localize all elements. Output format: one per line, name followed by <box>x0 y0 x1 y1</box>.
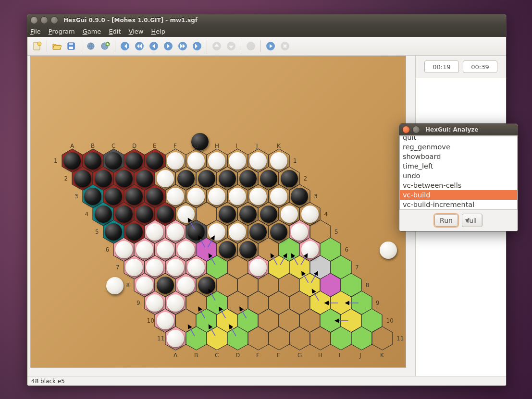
coord-label: I <box>235 143 237 149</box>
play-button[interactable] <box>265 40 276 52</box>
stone-white <box>167 188 184 205</box>
statusbar: 48 black e5 <box>27 376 506 386</box>
coord-label: B <box>91 143 95 149</box>
nav-last-button[interactable] <box>191 40 203 52</box>
stone-white <box>249 152 267 169</box>
stone-black <box>157 277 174 294</box>
hex-cell[interactable] <box>331 326 351 350</box>
stone-white <box>167 294 184 312</box>
menu-view[interactable]: View <box>129 28 144 35</box>
command-row[interactable]: showboard <box>400 152 517 161</box>
spot-button[interactable] <box>245 40 257 52</box>
stone-black <box>219 170 236 187</box>
hex-cell[interactable] <box>269 326 289 350</box>
coord-label: 7 <box>355 264 359 271</box>
command-row[interactable]: quit <box>400 136 517 142</box>
genmove-up-button[interactable] <box>211 40 223 52</box>
hex-cell[interactable] <box>207 326 227 350</box>
stone-white <box>146 223 163 241</box>
command-row[interactable]: undo <box>400 171 517 181</box>
run-button[interactable]: Run <box>434 214 458 227</box>
save-file-button[interactable] <box>65 40 77 52</box>
stone-white <box>380 242 397 259</box>
analyze-titlebar[interactable]: HexGui: Analyze <box>399 124 518 135</box>
stone-black <box>157 206 174 223</box>
stone-white <box>208 188 225 205</box>
hex-cell[interactable] <box>310 326 331 350</box>
coord-label: 5 <box>334 229 338 235</box>
stone-white <box>249 259 267 276</box>
stop-button[interactable] <box>279 40 291 52</box>
coord-label: 3 <box>74 193 78 200</box>
command-row[interactable]: vc-build <box>400 190 517 200</box>
coord-label: 1 <box>293 157 297 164</box>
svg-marker-251 <box>289 326 310 350</box>
hex-cell[interactable] <box>186 326 207 350</box>
hex-cell[interactable] <box>248 326 269 350</box>
stone-black <box>84 188 101 205</box>
main-window-titlebar[interactable]: HexGui 0.9.0 - [Mohex 1.0.GIT] - mw1.sgf <box>27 14 506 26</box>
stone-white <box>270 188 287 205</box>
nav-first-button[interactable] <box>119 40 131 52</box>
command-row[interactable]: vc-between-cells <box>400 181 517 190</box>
window-minimize-icon[interactable] <box>40 16 48 24</box>
stone-white <box>187 152 205 169</box>
command-row[interactable]: reg_genmove <box>400 142 517 152</box>
stone-white <box>281 206 298 223</box>
command-row[interactable]: time_left <box>400 161 517 171</box>
stone-black <box>146 152 163 169</box>
open-file-button[interactable] <box>51 40 62 52</box>
stone-black <box>187 223 205 241</box>
coord-label: 4 <box>85 211 89 218</box>
menu-file[interactable]: File <box>30 28 41 35</box>
svg-marker-255 <box>331 326 351 350</box>
stone-white <box>167 152 184 169</box>
add-server-button[interactable] <box>99 40 111 52</box>
menu-game[interactable]: Game <box>83 28 101 35</box>
command-row[interactable]: vc-build-incremental <box>400 200 517 209</box>
analyze-title: HexGui: Analyze <box>425 126 478 133</box>
hex-cell[interactable] <box>372 326 393 350</box>
analyze-minimize-icon[interactable] <box>412 126 420 133</box>
stone-white <box>167 223 184 241</box>
stone-black <box>260 170 277 187</box>
nav-next-button[interactable] <box>162 40 174 52</box>
hex-cell[interactable] <box>227 326 248 350</box>
connect-button[interactable] <box>85 40 97 52</box>
main-window-title: HexGui 0.9.0 - [Mohex 1.0.GIT] - mw1.sgf <box>63 17 198 24</box>
coord-label: 1 <box>54 157 58 164</box>
stone-white <box>249 188 267 205</box>
svg-marker-243 <box>207 326 227 350</box>
nav-fastfwd-button[interactable] <box>177 40 188 52</box>
svg-marker-257 <box>351 326 372 350</box>
hex-cell[interactable] <box>351 326 372 350</box>
menu-help[interactable]: Help <box>151 28 165 35</box>
chevron-down-icon: ▼ <box>462 218 472 223</box>
stone-black <box>95 206 112 223</box>
new-file-button[interactable] <box>31 40 43 52</box>
stone-white <box>270 152 287 169</box>
nav-rewind-button[interactable] <box>134 40 145 52</box>
stone-black <box>239 241 257 258</box>
menu-program[interactable]: Program <box>49 28 75 35</box>
stone-black <box>125 152 143 169</box>
hex-board[interactable]: AABBCCDDEEFFGGHHIIJJKK112233445566778899… <box>30 56 406 368</box>
stone-black <box>270 223 287 241</box>
stone-black <box>125 223 143 241</box>
coord-label: 11 <box>396 335 404 342</box>
stone-white <box>229 223 246 241</box>
black-clock: 00:19 <box>424 60 459 73</box>
nav-prev-button[interactable] <box>148 40 160 52</box>
hex-cell[interactable] <box>289 326 310 350</box>
mode-select[interactable]: full ▼ <box>462 214 483 227</box>
menu-edit[interactable]: Edit <box>109 28 121 35</box>
window-close-icon[interactable] <box>30 16 38 24</box>
command-list[interactable]: quitreg_genmoveshowboardtime_leftundovc-… <box>399 136 518 210</box>
svg-marker-249 <box>269 326 289 350</box>
analyze-close-icon[interactable] <box>402 126 410 133</box>
genmove-down-button[interactable] <box>225 40 237 52</box>
stone-white <box>187 188 205 205</box>
window-maximize-icon[interactable] <box>50 16 58 24</box>
stone-white <box>208 152 225 169</box>
stone-white <box>229 152 246 169</box>
